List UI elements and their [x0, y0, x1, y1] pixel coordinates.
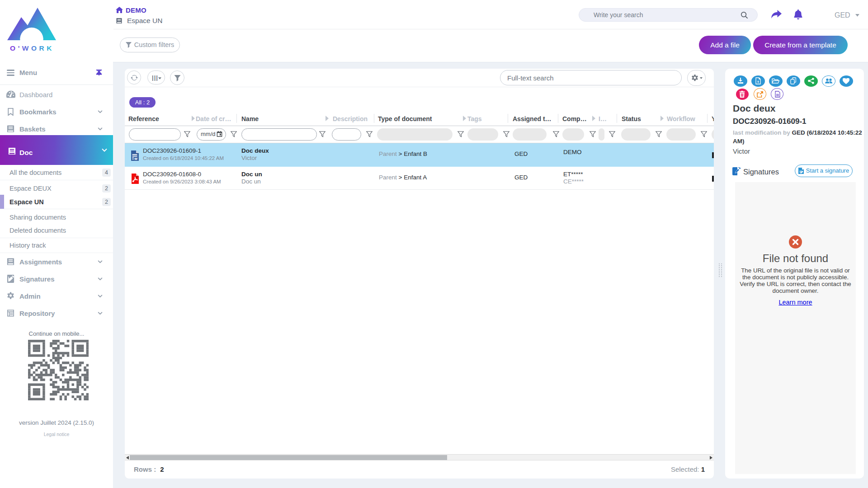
svg-text:w: w — [134, 156, 137, 161]
svg-text:O'WORK: O'WORK — [10, 44, 54, 52]
